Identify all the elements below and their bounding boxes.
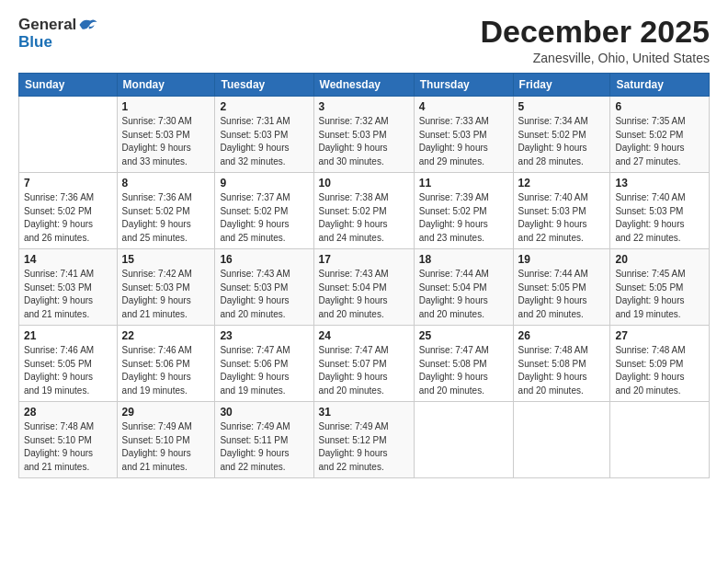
daylight-text: Daylight: 9 hours — [615, 143, 684, 153]
daylight-text: Daylight: 9 hours — [518, 295, 587, 305]
daylight-text: Daylight: 9 hours — [419, 219, 488, 229]
daylight-text: Daylight: 9 hours — [518, 372, 587, 382]
daylight-text: Daylight: 9 hours — [122, 219, 191, 229]
sunrise-text: Sunrise: 7:46 AM — [122, 345, 192, 355]
daylight-text2: and 21 minutes. — [24, 309, 89, 319]
day-number: 6 — [615, 100, 704, 113]
daylight-text2: and 23 minutes. — [419, 233, 484, 243]
sunset-text: Sunset: 5:02 PM — [220, 206, 288, 216]
calendar-week-4: 21Sunrise: 7:46 AMSunset: 5:05 PMDayligh… — [19, 326, 710, 402]
sunrise-text: Sunrise: 7:47 AM — [419, 345, 489, 355]
sunrise-text: Sunrise: 7:38 AM — [319, 192, 389, 202]
day-number: 20 — [615, 253, 704, 266]
daylight-text: Daylight: 9 hours — [518, 143, 587, 153]
calendar-cell: 1Sunrise: 7:30 AMSunset: 5:03 PMDaylight… — [117, 97, 215, 173]
daylight-text2: and 19 minutes. — [122, 385, 188, 396]
daylight-text: Daylight: 9 hours — [319, 295, 388, 305]
sunrise-text: Sunrise: 7:36 AM — [122, 192, 192, 202]
sunset-text: Sunset: 5:04 PM — [319, 282, 387, 293]
day-number: 21 — [24, 329, 112, 342]
daylight-text2: and 30 minutes. — [319, 156, 384, 167]
daylight-text: Daylight: 9 hours — [122, 372, 191, 382]
sunrise-text: Sunrise: 7:44 AM — [419, 269, 489, 279]
daylight-text2: and 22 minutes. — [220, 462, 285, 472]
day-number: 28 — [24, 406, 112, 419]
page-container: General Blue December 2025 Zanesville, O… — [0, 0, 728, 563]
logo-general: General — [18, 16, 76, 34]
daylight-text: Daylight: 9 hours — [24, 372, 93, 382]
calendar-cell: 11Sunrise: 7:39 AMSunset: 5:02 PMDayligh… — [414, 173, 513, 249]
daylight-text2: and 33 minutes. — [122, 156, 188, 167]
daylight-text: Daylight: 9 hours — [419, 295, 488, 305]
daylight-text2: and 28 minutes. — [518, 156, 584, 167]
sunset-text: Sunset: 5:03 PM — [122, 282, 190, 293]
day-number: 8 — [122, 177, 210, 190]
daylight-text2: and 20 minutes. — [518, 385, 584, 396]
day-number: 25 — [419, 329, 508, 342]
sunset-text: Sunset: 5:06 PM — [220, 359, 288, 369]
day-info: Sunrise: 7:44 AMSunset: 5:04 PMDaylight:… — [419, 268, 508, 321]
weekday-header-friday: Friday — [513, 74, 610, 97]
daylight-text: Daylight: 9 hours — [122, 448, 191, 458]
daylight-text2: and 20 minutes. — [518, 309, 584, 319]
day-number: 9 — [220, 177, 308, 190]
day-number: 1 — [122, 100, 210, 113]
day-info: Sunrise: 7:35 AMSunset: 5:02 PMDaylight:… — [615, 115, 704, 168]
day-info: Sunrise: 7:31 AMSunset: 5:03 PMDaylight:… — [220, 115, 308, 168]
day-info: Sunrise: 7:49 AMSunset: 5:10 PMDaylight:… — [122, 420, 210, 474]
sunrise-text: Sunrise: 7:48 AM — [24, 421, 94, 431]
daylight-text2: and 20 minutes. — [419, 385, 484, 396]
daylight-text2: and 25 minutes. — [220, 233, 285, 243]
daylight-text: Daylight: 9 hours — [419, 372, 488, 382]
sunrise-text: Sunrise: 7:35 AM — [615, 116, 685, 126]
day-number: 11 — [419, 177, 508, 190]
daylight-text: Daylight: 9 hours — [615, 372, 684, 382]
daylight-text: Daylight: 9 hours — [419, 143, 488, 153]
daylight-text2: and 32 minutes. — [220, 156, 285, 167]
calendar-cell: 9Sunrise: 7:37 AMSunset: 5:02 PMDaylight… — [215, 173, 313, 249]
day-info: Sunrise: 7:36 AMSunset: 5:02 PMDaylight:… — [24, 191, 112, 245]
day-number: 23 — [220, 329, 308, 342]
day-info: Sunrise: 7:42 AMSunset: 5:03 PMDaylight:… — [122, 268, 210, 321]
daylight-text: Daylight: 9 hours — [122, 143, 191, 153]
sunrise-text: Sunrise: 7:49 AM — [220, 421, 290, 431]
daylight-text: Daylight: 9 hours — [220, 448, 289, 458]
calendar-cell: 19Sunrise: 7:44 AMSunset: 5:05 PMDayligh… — [513, 249, 610, 326]
daylight-text: Daylight: 9 hours — [615, 219, 684, 229]
daylight-text: Daylight: 9 hours — [24, 295, 93, 305]
calendar-cell: 27Sunrise: 7:48 AMSunset: 5:09 PMDayligh… — [610, 326, 710, 402]
sunrise-text: Sunrise: 7:41 AM — [24, 269, 94, 279]
sunrise-text: Sunrise: 7:47 AM — [319, 345, 389, 355]
calendar-cell: 4Sunrise: 7:33 AMSunset: 5:03 PMDaylight… — [414, 97, 513, 173]
calendar-cell: 15Sunrise: 7:42 AMSunset: 5:03 PMDayligh… — [117, 249, 215, 326]
daylight-text2: and 20 minutes. — [319, 309, 384, 319]
daylight-text: Daylight: 9 hours — [220, 219, 289, 229]
day-info: Sunrise: 7:40 AMSunset: 5:03 PMDaylight:… — [518, 191, 606, 245]
sunrise-text: Sunrise: 7:43 AM — [319, 269, 389, 279]
calendar-cell: 22Sunrise: 7:46 AMSunset: 5:06 PMDayligh… — [117, 326, 215, 402]
calendar-cell: 13Sunrise: 7:40 AMSunset: 5:03 PMDayligh… — [610, 173, 710, 249]
day-info: Sunrise: 7:48 AMSunset: 5:08 PMDaylight:… — [518, 344, 606, 397]
day-number: 14 — [24, 253, 112, 266]
sunset-text: Sunset: 5:03 PM — [122, 130, 190, 140]
sunrise-text: Sunrise: 7:31 AM — [220, 116, 290, 126]
calendar-cell: 21Sunrise: 7:46 AMSunset: 5:05 PMDayligh… — [19, 326, 118, 402]
sunset-text: Sunset: 5:02 PM — [319, 206, 387, 216]
day-number: 5 — [518, 100, 606, 113]
calendar-cell: 29Sunrise: 7:49 AMSunset: 5:10 PMDayligh… — [117, 402, 215, 478]
sunset-text: Sunset: 5:12 PM — [319, 435, 387, 445]
calendar-cell: 30Sunrise: 7:49 AMSunset: 5:11 PMDayligh… — [215, 402, 313, 478]
sunrise-text: Sunrise: 7:36 AM — [24, 192, 94, 202]
month-title: December 2025 — [480, 15, 710, 49]
day-number: 4 — [419, 100, 508, 113]
daylight-text: Daylight: 9 hours — [319, 143, 388, 153]
sunset-text: Sunset: 5:02 PM — [615, 130, 683, 140]
calendar-week-3: 14Sunrise: 7:41 AMSunset: 5:03 PMDayligh… — [19, 249, 710, 326]
calendar-cell: 31Sunrise: 7:49 AMSunset: 5:12 PMDayligh… — [313, 402, 414, 478]
day-number: 30 — [220, 406, 308, 419]
sunrise-text: Sunrise: 7:44 AM — [518, 269, 588, 279]
calendar-cell: 2Sunrise: 7:31 AMSunset: 5:03 PMDaylight… — [215, 97, 313, 173]
day-info: Sunrise: 7:45 AMSunset: 5:05 PMDaylight:… — [615, 268, 704, 321]
day-number: 15 — [122, 253, 210, 266]
daylight-text: Daylight: 9 hours — [220, 295, 289, 305]
